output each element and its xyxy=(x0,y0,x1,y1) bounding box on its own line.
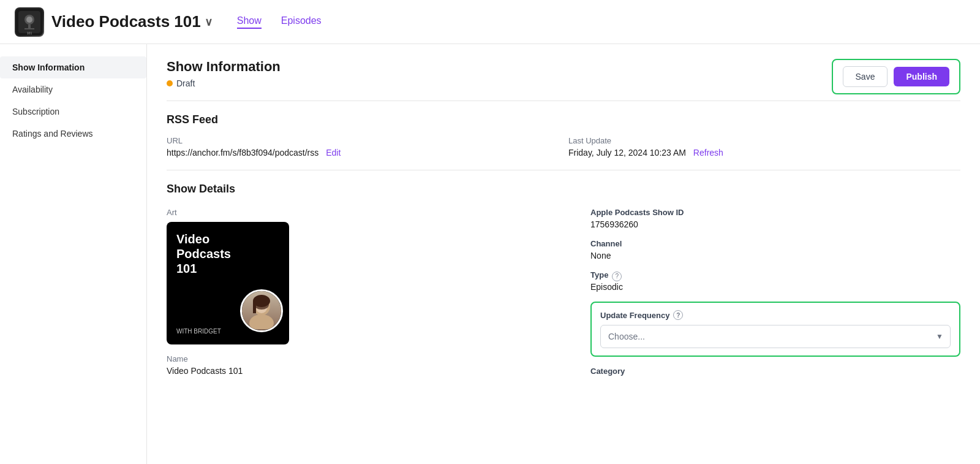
type-label: Type xyxy=(590,270,608,280)
brand-title: Video Podcasts 101 ∨ xyxy=(51,12,213,31)
apple-id-value: 1756936260 xyxy=(590,219,960,229)
update-frequency-select[interactable]: Choose... Daily Weekly Biweekly Monthly xyxy=(600,325,951,348)
sidebar-item-subscription[interactable]: Subscription xyxy=(0,101,146,123)
art-person-avatar xyxy=(240,289,283,332)
art-image-title: Video Podcasts 101 xyxy=(176,232,231,276)
name-label: Name xyxy=(167,354,556,363)
name-field: Name Video Podcasts 101 xyxy=(167,354,556,376)
svg-point-3 xyxy=(26,17,32,23)
sidebar-item-show-information[interactable]: Show Information xyxy=(0,56,146,78)
tab-episodes[interactable]: Episodes xyxy=(281,15,322,29)
svg-rect-5 xyxy=(24,28,34,29)
channel-field: Channel None xyxy=(590,239,960,261)
rss-feed-title: RSS Feed xyxy=(167,113,960,126)
type-help-icon[interactable]: ? xyxy=(612,272,622,281)
show-details-section: Show Details Art Video Podcasts 101 xyxy=(167,183,960,386)
rss-last-update-field: Last Update Friday, July 12, 2024 10:23 … xyxy=(568,136,960,158)
draft-badge: Draft xyxy=(167,78,195,88)
channel-value: None xyxy=(590,251,960,261)
rss-url-value: https://anchor.fm/s/f8b3f094/podcast/rss… xyxy=(167,148,559,158)
brand-chevron-icon[interactable]: ∨ xyxy=(205,15,213,29)
brand-logo: 101 xyxy=(15,7,44,37)
show-details-grid: Art Video Podcasts 101 xyxy=(167,208,960,386)
rss-last-update-value: Friday, July 12, 2024 10:23 AM Refresh xyxy=(568,148,960,158)
tab-show[interactable]: Show xyxy=(237,15,262,29)
update-frequency-box: Update Frequency ? Choose... Daily Weekl… xyxy=(590,302,960,357)
type-field: Type ? Episodic xyxy=(590,270,960,292)
rss-feed-grid: URL https://anchor.fm/s/f8b3f094/podcast… xyxy=(167,136,960,158)
update-frequency-select-wrapper: Choose... Daily Weekly Biweekly Monthly … xyxy=(600,325,951,348)
draft-label: Draft xyxy=(176,78,195,88)
divider-1 xyxy=(167,101,960,101)
rss-refresh-link[interactable]: Refresh xyxy=(693,148,723,158)
brand-logo-image: 101 xyxy=(15,7,44,37)
svg-text:101: 101 xyxy=(27,31,32,35)
divider-2 xyxy=(167,170,960,170)
category-label: Category xyxy=(590,367,960,376)
art-image: Video Podcasts 101 xyxy=(167,222,289,344)
sidebar: Show Information Availability Subscripti… xyxy=(0,44,147,464)
rss-feed-section: RSS Feed URL https://anchor.fm/s/f8b3f09… xyxy=(167,113,960,158)
main-layout: Show Information Availability Subscripti… xyxy=(0,44,980,464)
action-bar: Save Publish xyxy=(832,59,960,94)
svg-point-9 xyxy=(249,314,274,329)
sidebar-item-availability[interactable]: Availability xyxy=(0,78,146,101)
right-details-column: Apple Podcasts Show ID 1756936260 Channe… xyxy=(571,208,960,386)
type-value: Episodic xyxy=(590,282,960,292)
rss-url-label: URL xyxy=(167,136,559,145)
rss-edit-link[interactable]: Edit xyxy=(326,148,341,158)
brand: 101 Video Podcasts 101 ∨ xyxy=(15,7,213,37)
rss-url-field: URL https://anchor.fm/s/f8b3f094/podcast… xyxy=(167,136,559,158)
top-tabs: Show Episodes xyxy=(237,15,322,29)
type-row: Type ? xyxy=(590,270,960,282)
rss-last-update-label: Last Update xyxy=(568,136,960,145)
show-details-title: Show Details xyxy=(167,183,960,196)
art-label: Art xyxy=(167,208,556,217)
name-value: Video Podcasts 101 xyxy=(167,366,556,376)
top-nav: 101 Video Podcasts 101 ∨ Show Episodes xyxy=(0,0,980,44)
art-image-subtitle: WITH BRIDGET xyxy=(176,328,221,335)
sidebar-item-ratings-and-reviews[interactable]: Ratings and Reviews xyxy=(0,123,146,145)
apple-id-label: Apple Podcasts Show ID xyxy=(590,208,960,217)
apple-id-field: Apple Podcasts Show ID 1756936260 xyxy=(590,208,960,229)
category-field: Category xyxy=(590,367,960,376)
art-column: Art Video Podcasts 101 xyxy=(167,208,556,376)
update-frequency-help-icon[interactable]: ? xyxy=(673,310,683,320)
publish-button[interactable]: Publish xyxy=(894,67,949,86)
channel-label: Channel xyxy=(590,239,960,248)
update-frequency-label: Update Frequency ? xyxy=(600,310,951,320)
content-area: Save Publish Show Information Draft RSS … xyxy=(147,44,980,464)
draft-dot-icon xyxy=(167,80,173,86)
svg-rect-12 xyxy=(253,301,256,313)
art-person-shape xyxy=(242,291,281,330)
save-button[interactable]: Save xyxy=(843,66,888,87)
